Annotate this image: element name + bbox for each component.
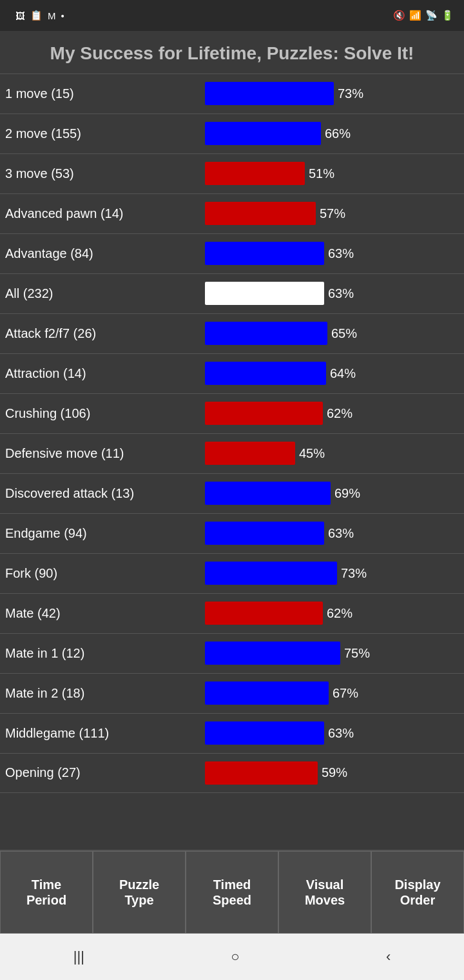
- progress-bar: [205, 82, 334, 105]
- bar-container: 73%: [205, 82, 459, 105]
- progress-bar: [205, 761, 318, 785]
- percentage-label: 63%: [328, 286, 354, 301]
- percentage-label: 63%: [328, 246, 354, 261]
- puzzle-label: Opening (27): [5, 765, 205, 780]
- puzzle-label: 3 move (53): [5, 166, 205, 181]
- puzzle-row[interactable]: Mate in 2 (18)67%: [0, 673, 464, 713]
- puzzle-row[interactable]: Discovered attack (13)69%: [0, 473, 464, 513]
- percentage-label: 73%: [338, 86, 363, 101]
- progress-bar: [205, 162, 305, 185]
- bar-container: 73%: [205, 562, 459, 585]
- system-nav: ||| ○ ‹: [0, 934, 464, 980]
- battery-icon: 🔋: [441, 10, 454, 21]
- percentage-label: 75%: [344, 646, 370, 661]
- progress-bar: [205, 681, 329, 705]
- percentage-label: 59%: [322, 765, 347, 780]
- visual-moves-button[interactable]: Visual Moves: [278, 851, 371, 934]
- timed-speed-button[interactable]: Timed Speed: [186, 851, 278, 934]
- puzzle-label: Attack f2/f7 (26): [5, 326, 205, 341]
- mail-icon: M: [48, 10, 56, 21]
- back-button[interactable]: ‹: [373, 942, 403, 972]
- recents-button[interactable]: |||: [61, 942, 97, 972]
- puzzle-row[interactable]: Endgame (94)63%: [0, 513, 464, 553]
- percentage-label: 57%: [320, 206, 345, 221]
- puzzle-row[interactable]: Mate in 1 (12)75%: [0, 633, 464, 673]
- puzzle-row[interactable]: Advantage (84)63%: [0, 233, 464, 273]
- progress-bar: [205, 122, 321, 145]
- puzzle-label: Mate in 2 (18): [5, 686, 205, 701]
- time-period-button[interactable]: Time Period: [0, 851, 93, 934]
- progress-bar: [205, 322, 327, 345]
- puzzle-row[interactable]: Middlegame (111)63%: [0, 713, 464, 753]
- status-right: 🔇 📶 📡 🔋: [393, 10, 454, 21]
- puzzle-row[interactable]: Crushing (106)62%: [0, 393, 464, 433]
- status-bar: 🖼 📋 M • 🔇 📶 📡 🔋: [0, 0, 464, 31]
- bar-container: 59%: [205, 761, 459, 785]
- progress-bar: [205, 362, 326, 385]
- puzzle-label: Advanced pawn (14): [5, 206, 205, 221]
- puzzle-label: Defensive move (11): [5, 446, 205, 461]
- puzzle-row[interactable]: Mate (42)62%: [0, 593, 464, 633]
- bar-container: 45%: [205, 442, 459, 465]
- progress-bar: [205, 202, 316, 225]
- percentage-label: 51%: [309, 166, 334, 181]
- puzzle-row[interactable]: Advanced pawn (14)57%: [0, 193, 464, 233]
- puzzle-row[interactable]: Opening (27)59%: [0, 753, 464, 793]
- percentage-label: 63%: [328, 726, 354, 741]
- puzzle-row[interactable]: 3 move (53)51%: [0, 153, 464, 193]
- percentage-label: 69%: [334, 486, 360, 501]
- progress-bar: [205, 242, 324, 265]
- home-button[interactable]: ○: [218, 942, 252, 972]
- puzzle-row[interactable]: Attack f2/f7 (26)65%: [0, 313, 464, 353]
- progress-bar: [205, 562, 337, 585]
- puzzle-label: Mate (42): [5, 606, 205, 621]
- progress-bar: [205, 522, 324, 545]
- puzzle-row[interactable]: Defensive move (11)45%: [0, 433, 464, 473]
- bar-container: 62%: [205, 602, 459, 625]
- bar-container: 69%: [205, 482, 459, 505]
- puzzle-label: Crushing (106): [5, 406, 205, 421]
- page-title: My Success for Lifetime, Puzzles: Solve …: [0, 31, 464, 74]
- puzzle-label: All (232): [5, 286, 205, 301]
- signal-icon: 📡: [425, 10, 438, 21]
- display-order-button[interactable]: Display Order: [371, 851, 464, 934]
- percentage-label: 66%: [325, 126, 351, 141]
- bar-container: 67%: [205, 681, 459, 705]
- bar-container: 63%: [205, 242, 459, 265]
- progress-bar: [205, 282, 324, 305]
- percentage-label: 63%: [328, 526, 354, 541]
- percentage-label: 73%: [341, 566, 367, 581]
- dot-icon: •: [61, 10, 64, 21]
- percentage-label: 65%: [331, 326, 357, 341]
- puzzle-label: Mate in 1 (12): [5, 646, 205, 661]
- progress-bar: [205, 402, 323, 425]
- puzzle-row[interactable]: 1 move (15)73%: [0, 74, 464, 113]
- bar-container: 62%: [205, 402, 459, 425]
- puzzle-row[interactable]: All (232)63%: [0, 273, 464, 313]
- percentage-label: 62%: [327, 606, 353, 621]
- puzzle-label: Middlegame (111): [5, 726, 205, 741]
- percentage-label: 64%: [330, 366, 356, 381]
- bar-container: 63%: [205, 721, 459, 745]
- photo-icon: 🖼: [15, 10, 25, 21]
- bar-container: 57%: [205, 202, 459, 225]
- puzzle-label: 2 move (155): [5, 126, 205, 141]
- bar-container: 65%: [205, 322, 459, 345]
- percentage-label: 62%: [327, 406, 353, 421]
- puzzle-row[interactable]: Attraction (14)64%: [0, 353, 464, 393]
- bar-container: 51%: [205, 162, 459, 185]
- progress-bar: [205, 721, 324, 745]
- puzzle-row[interactable]: 2 move (155)66%: [0, 113, 464, 153]
- bar-container: 75%: [205, 642, 459, 665]
- bar-container: 63%: [205, 282, 459, 305]
- progress-bar: [205, 602, 323, 625]
- progress-bar: [205, 642, 340, 665]
- progress-bar: [205, 482, 331, 505]
- puzzle-type-button[interactable]: Puzzle Type: [93, 851, 186, 934]
- bar-container: 63%: [205, 522, 459, 545]
- percentage-label: 45%: [299, 446, 325, 461]
- puzzle-label: Fork (90): [5, 566, 205, 581]
- puzzle-row[interactable]: Fork (90)73%: [0, 553, 464, 593]
- puzzle-label: Advantage (84): [5, 246, 205, 261]
- wifi-icon: 📶: [409, 10, 421, 21]
